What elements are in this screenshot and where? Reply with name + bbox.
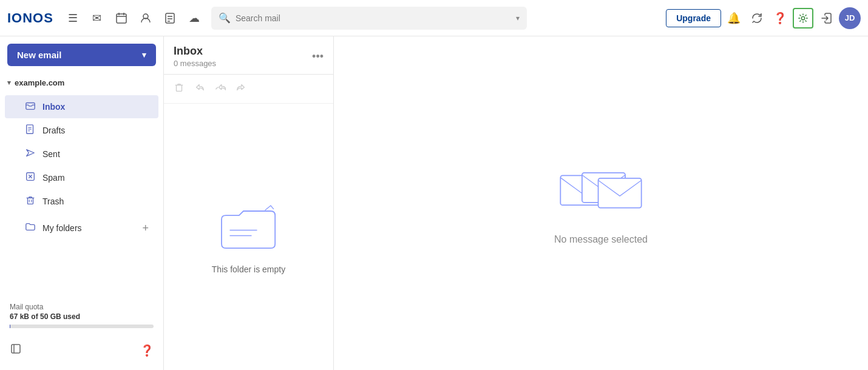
drafts-label: Drafts [42, 126, 65, 135]
svg-point-9 [801, 16, 804, 19]
quota-used: 67 kB of 50 GB used [10, 312, 154, 321]
forward-toolbar-icon[interactable] [233, 79, 249, 98]
more-options-icon[interactable]: ••• [312, 50, 324, 63]
avatar[interactable]: JD [839, 7, 861, 29]
spam-icon [24, 171, 36, 184]
svg-rect-22 [12, 345, 20, 353]
sidebar-item-sent[interactable]: Sent [5, 143, 158, 166]
top-navigation: IONOS ☰ ✉ ☁ 🔍 ▾ Upgrade 🔔 ❓ JD [0, 0, 868, 36]
main-layout: New email ▾ ▾ example.com Inbox Drafts [0, 36, 868, 370]
empty-folder: This folder is empty [164, 104, 333, 370]
refresh-icon[interactable] [747, 8, 767, 29]
sidebar: New email ▾ ▾ example.com Inbox Drafts [0, 36, 164, 370]
delete-toolbar-icon[interactable] [171, 79, 187, 98]
cloud-icon[interactable]: ☁ [185, 8, 204, 28]
sidebar-item-inbox[interactable]: Inbox [5, 95, 158, 118]
search-bar: 🔍 ▾ [211, 7, 527, 30]
notes-icon[interactable] [160, 8, 180, 28]
new-email-label: New email [17, 50, 61, 60]
my-folders-left: My folders [24, 221, 82, 235]
sidebar-item-spam[interactable]: Spam [5, 166, 158, 189]
calendar-icon[interactable] [112, 8, 131, 28]
quota-fill [10, 325, 10, 328]
no-message-state: No message selected [552, 161, 649, 245]
quota-section: Mail quota 67 kB of 50 GB used [0, 295, 163, 333]
no-message-illustration [552, 161, 649, 222]
message-list-panel: Inbox 0 messages ••• [164, 36, 334, 370]
my-folders-row[interactable]: My folders + [5, 217, 158, 240]
message-preview-panel: No message selected [334, 36, 868, 370]
sidebar-item-trash[interactable]: Trash [5, 190, 158, 213]
quota-label: Mail quota [10, 303, 154, 311]
search-input[interactable] [236, 13, 511, 23]
add-folder-icon[interactable]: + [142, 222, 149, 235]
reply-all-toolbar-icon[interactable] [212, 79, 228, 98]
folder-icon [24, 221, 36, 235]
inbox-title: Inbox [174, 45, 216, 58]
help-bottom-icon[interactable]: ❓ [140, 344, 154, 357]
message-toolbar [164, 75, 333, 104]
inbox-label: Inbox [42, 102, 65, 112]
nav-right-actions: Upgrade 🔔 ❓ JD [666, 7, 861, 29]
sidebar-item-drafts[interactable]: Drafts [5, 119, 158, 142]
svg-rect-30 [598, 178, 642, 208]
bell-icon[interactable]: 🔔 [724, 8, 744, 29]
reply-toolbar-icon[interactable] [192, 79, 208, 98]
message-list-header: Inbox 0 messages ••• [164, 36, 333, 75]
quota-bar [10, 325, 154, 328]
svg-rect-18 [28, 198, 33, 204]
search-dropdown-icon[interactable]: ▾ [516, 14, 520, 22]
upgrade-button[interactable]: Upgrade [666, 9, 721, 27]
logout-icon[interactable] [816, 8, 836, 29]
inbox-count: 0 messages [174, 59, 216, 68]
expand-sidebar-icon[interactable] [10, 343, 22, 358]
account-caret-icon: ▾ [7, 79, 11, 87]
sidebar-bottom: ❓ [0, 338, 163, 363]
search-icon: 🔍 [219, 12, 231, 24]
svg-rect-24 [177, 85, 182, 91]
folder-list: Inbox Drafts Sent Spam [0, 92, 163, 216]
sent-icon [24, 147, 36, 161]
no-message-label: No message selected [554, 234, 648, 245]
empty-folder-illustration [215, 200, 282, 255]
spam-label: Spam [42, 173, 65, 183]
account-domain: example.com [15, 78, 64, 87]
help-icon[interactable]: ❓ [770, 8, 790, 29]
account-section: ▾ example.com [0, 76, 163, 92]
inbox-heading: Inbox 0 messages [174, 45, 216, 68]
trash-label: Trash [42, 197, 64, 206]
contacts-icon[interactable] [136, 8, 155, 28]
new-email-chevron: ▾ [142, 50, 146, 59]
new-email-button[interactable]: New email ▾ [7, 44, 156, 66]
settings-button[interactable] [793, 8, 813, 29]
svg-rect-0 [117, 14, 126, 23]
inbox-icon [24, 100, 36, 113]
my-folders-label: My folders [42, 223, 82, 233]
account-label[interactable]: ▾ example.com [7, 76, 156, 90]
drafts-icon [24, 124, 36, 137]
trash-icon [24, 195, 36, 208]
ionos-logo: IONOS [7, 10, 53, 26]
mail-icon[interactable]: ✉ [87, 8, 107, 28]
empty-folder-message: This folder is empty [212, 264, 285, 274]
sent-label: Sent [42, 149, 60, 159]
menu-icon[interactable]: ☰ [63, 8, 83, 28]
